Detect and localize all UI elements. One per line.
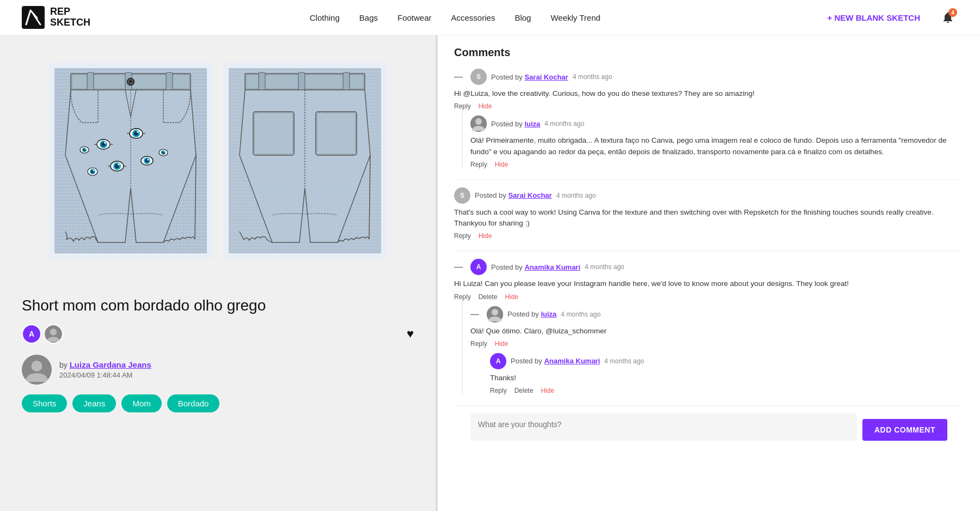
logo-icon	[22, 6, 45, 29]
author-info: by Luiza Gardana Jeans 2024/04/09 1:48:4…	[59, 360, 151, 379]
nav-weekly-trend[interactable]: Weekly Trend	[550, 11, 600, 25]
reply-author-luiza-3[interactable]: luiza	[541, 310, 556, 318]
heart-button[interactable]: ♥	[407, 327, 414, 341]
nested-posted-by-3: Posted by Anamika Kumari	[511, 357, 600, 365]
posted-by-3: Posted by Anamika Kumari	[491, 263, 580, 271]
posted-by-reply-1: Posted by luiza	[491, 120, 540, 128]
sketch-front	[49, 63, 212, 259]
tag-shorts[interactable]: Shorts	[22, 394, 67, 412]
svg-point-47	[163, 151, 164, 152]
svg-point-23	[137, 131, 139, 133]
comment-actions-1: Reply Hide	[454, 102, 964, 110]
comment-avatar-anamika-3: A	[470, 259, 487, 275]
sketch-images	[22, 52, 414, 275]
main-nav: Clothing Bags Footwear Accessories Blog …	[310, 11, 601, 25]
comment-header-1: — S Posted by Sarai Kochar 4 months ago	[454, 69, 964, 85]
comment-text-2: That's such a cool way to work! Using Ca…	[454, 207, 964, 229]
nested-hide-action-3[interactable]: Hide	[541, 387, 554, 394]
reply-reply-action-1[interactable]: Reply	[470, 161, 487, 168]
add-comment-button[interactable]: ADD COMMENT	[862, 419, 947, 441]
thread-line-1: Posted by luiza 4 months ago Olá! Primei…	[462, 110, 964, 168]
comment-avatar-luiza-1	[470, 115, 487, 132]
post-meta-row: A ♥	[22, 324, 414, 344]
reply-time-1: 4 months ago	[544, 120, 584, 127]
author-name-link[interactable]: Luiza Gardana Jeans	[70, 360, 151, 369]
comment-block-3: — A Posted by Anamika Kumari 4 months ag…	[454, 259, 964, 394]
comments-area: Comments — S Posted by Sarai Kochar 4 mo…	[438, 35, 980, 511]
nav-bags[interactable]: Bags	[359, 11, 378, 25]
nested-actions-3: Reply Delete Hide	[490, 387, 964, 394]
reply-reply-action-3[interactable]: Reply	[470, 340, 487, 348]
comment-author-anamika-3[interactable]: Anamika Kumari	[524, 263, 580, 271]
avatar-a: A	[22, 324, 41, 344]
collapse-button-3[interactable]: —	[454, 263, 463, 271]
nested-delete-action-3[interactable]: Delete	[514, 387, 534, 394]
nav-accessories[interactable]: Accessories	[451, 11, 495, 25]
notification-button[interactable]: 4	[938, 7, 958, 28]
comment-block-1: — S Posted by Sarai Kochar 4 months ago …	[454, 69, 964, 168]
nested-author-anamika-3[interactable]: Anamika Kumari	[544, 357, 600, 365]
svg-point-39	[147, 159, 149, 161]
thread-line-3: — Posted by luiza 4	[462, 301, 964, 395]
comment-author-sarai-2[interactable]: Sarai Kochar	[508, 191, 552, 199]
collapse-button-1[interactable]: —	[454, 72, 463, 81]
shorts-front-svg	[54, 68, 207, 253]
svg-rect-0	[22, 6, 45, 29]
svg-point-43	[84, 148, 85, 149]
new-sketch-button[interactable]: + NEW BLANK SKETCH	[820, 9, 928, 27]
posted-by-1: Posted by Sarai Kochar	[491, 73, 568, 81]
svg-rect-56	[253, 112, 294, 155]
svg-point-61	[50, 328, 57, 335]
reply-time-3: 4 months ago	[561, 311, 601, 318]
comment-textarea[interactable]	[470, 413, 857, 441]
comment-author-sarai-1[interactable]: Sarai Kochar	[524, 73, 568, 81]
hide-action-3[interactable]: Hide	[505, 293, 518, 301]
shorts-back-svg	[229, 68, 381, 253]
logo[interactable]: REP SKETCH	[22, 6, 90, 29]
hide-action-2[interactable]: Hide	[479, 232, 492, 240]
post-date: 2024/04/09 1:48:44 AM	[59, 371, 151, 379]
nested-reply-action-3[interactable]: Reply	[490, 387, 507, 394]
post-info: Short mom com bordado olho grego A ♥	[22, 291, 414, 418]
delete-action-3[interactable]: Delete	[479, 293, 498, 301]
reply-action-1[interactable]: Reply	[454, 102, 471, 110]
svg-point-16	[104, 142, 106, 144]
nested-reply-header-3: A Posted by Anamika Kumari 4 months ago	[490, 353, 964, 369]
reply-text-3: Olá! Que ótimo. Claro, @luiza_schommer	[470, 326, 964, 337]
comment-time-1: 4 months ago	[573, 73, 612, 81]
comment-header-3: — A Posted by Anamika Kumari 4 months ag…	[454, 259, 964, 275]
hide-action-1[interactable]: Hide	[479, 102, 492, 110]
comments-title: Comments	[454, 46, 964, 59]
reply-author-luiza-1[interactable]: luiza	[524, 120, 540, 128]
comment-thread-3: — A Posted by Anamika Kumari 4 months ag…	[454, 259, 964, 394]
posted-by-reply-3: Posted by luiza	[507, 310, 556, 318]
tag-bordado[interactable]: Bordado	[167, 394, 220, 412]
nav-clothing[interactable]: Clothing	[310, 11, 340, 25]
comment-header-2: S Posted by Sarai Kochar 4 months ago	[454, 187, 964, 204]
author-avatar	[22, 355, 52, 385]
comment-thread-1: — S Posted by Sarai Kochar 4 months ago …	[454, 69, 964, 168]
nav-footwear[interactable]: Footwear	[397, 11, 432, 25]
avatars-row: A	[22, 324, 63, 344]
reply-hide-action-3[interactable]: Hide	[495, 340, 509, 348]
reply-action-3[interactable]: Reply	[454, 293, 471, 301]
reply-hide-action-1[interactable]: Hide	[495, 161, 509, 168]
reply-block-1: Posted by luiza 4 months ago Olá! Primei…	[470, 115, 964, 168]
header: REP SKETCH Clothing Bags Footwear Access…	[0, 0, 980, 35]
nav-blog[interactable]: Blog	[514, 11, 531, 25]
comment-text-1: Hi @Luiza, love the creativity. Curious,…	[454, 88, 964, 99]
tag-mom[interactable]: Mom	[121, 394, 161, 412]
reply-block-3: — Posted by luiza 4	[470, 306, 964, 395]
svg-rect-58	[316, 112, 357, 155]
tag-jeans[interactable]: Jeans	[72, 394, 116, 412]
comment-avatar-sarai-2: S	[454, 187, 470, 204]
content-area: Short mom com bordado olho grego A ♥	[0, 35, 436, 511]
collapse-button-3r[interactable]: —	[470, 310, 479, 319]
svg-point-65	[475, 118, 482, 125]
author-by-line: by Luiza Gardana Jeans	[59, 360, 151, 369]
main-layout: Short mom com bordado olho grego A ♥	[0, 35, 980, 511]
svg-point-63	[32, 361, 42, 372]
nested-reply-3: A Posted by Anamika Kumari 4 months ago …	[490, 353, 964, 394]
reply-action-2[interactable]: Reply	[454, 232, 471, 240]
reply-header-1: Posted by luiza 4 months ago	[470, 115, 964, 132]
